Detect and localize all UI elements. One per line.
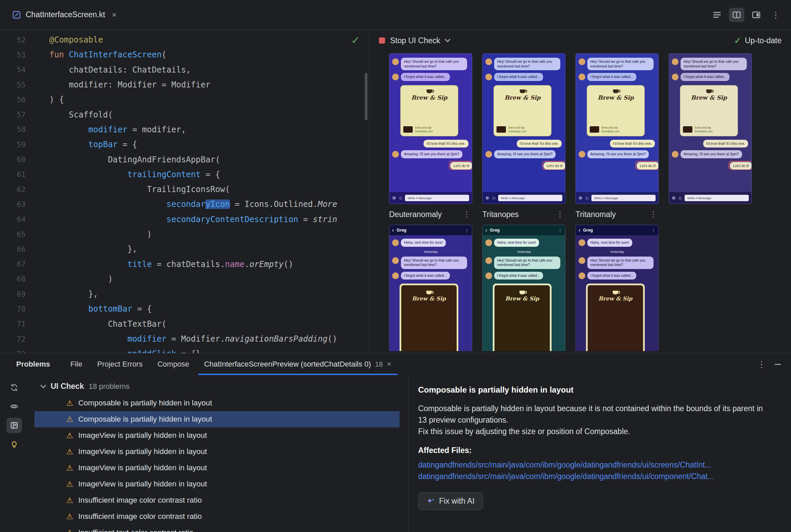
line-number: 56 <box>0 96 26 104</box>
refresh-icon[interactable] <box>6 380 22 395</box>
add-icon: ⊕ <box>392 195 396 200</box>
message-row: Let's do it! <box>483 160 565 171</box>
editor-scrollbar[interactable] <box>365 73 367 120</box>
brew-and-sip-card: Brew & Sip brew and sipbrew&sip.com <box>494 85 552 136</box>
line-number: 69 <box>0 290 26 299</box>
message-input: Write A Message <box>498 195 562 201</box>
preview-layout-icon[interactable] <box>749 8 764 22</box>
problem-item[interactable]: ⚠Insufficient image color contrast ratio <box>34 492 400 508</box>
tab-label: ChatInterfaceScreenPreview (sortedChatDe… <box>204 360 371 368</box>
more-options-icon[interactable]: ⋮ <box>768 8 784 22</box>
preview-label: Tritanopes ⋮ <box>482 210 565 219</box>
chat-bubble: Amazing, I'll see you there at 2pm? <box>401 150 462 158</box>
problem-item[interactable]: ⚠Composable is partially hidden in layou… <box>34 395 400 411</box>
tab-project-errors[interactable]: Project Errors <box>90 354 150 375</box>
code-line[interactable]: 52@Composable <box>0 33 369 47</box>
code-line[interactable]: 64 secondaryContentDescription = strin <box>0 212 369 227</box>
tab-problems[interactable]: Problems <box>9 354 57 375</box>
structure-lines-icon[interactable] <box>709 8 725 22</box>
code-text: topBar = { <box>26 140 137 149</box>
problem-item[interactable]: ⚠ImageView is partially hidden in layout <box>34 476 400 492</box>
code-editor[interactable]: 52@Composable53fun ChatInterfaceScreen(5… <box>0 30 369 353</box>
close-tab-icon[interactable]: × <box>112 10 116 20</box>
chat-bubble: Let's do it! <box>637 162 659 169</box>
message-row: I forgot what it was called... <box>389 72 472 82</box>
chat-bubble: Amazing, I'll see you there at 2pm? <box>587 150 649 158</box>
code-line[interactable]: 63 secondaryIcon = Icons.Outlined.More <box>0 197 369 212</box>
tab-compose[interactable]: Compose <box>150 354 197 375</box>
code-line[interactable]: 53fun ChatInterfaceScreen( <box>0 47 369 62</box>
problem-detail-pane: Composable is partially hidden in layout… <box>409 375 791 532</box>
code-line[interactable]: 66 }, <box>0 242 369 256</box>
code-line[interactable]: 73 onAddClick = {} <box>0 346 369 353</box>
code-line[interactable]: 59 topBar = { <box>0 137 369 152</box>
tab-chatinterfacescreenpreview-sortedchatdetails-0[interactable]: ChatInterfaceScreenPreview (sortedChatDe… <box>197 354 399 375</box>
chat-preview-phone[interactable]: Hey! Should we go to that cafe you menti… <box>669 53 752 204</box>
day-separator: Yesterday <box>483 250 565 253</box>
problem-label: ImageView is partially hidden in layout <box>78 447 207 456</box>
code-text: @Composable <box>26 35 103 44</box>
chat-preview-phone[interactable]: ‹ Greg ⋮ Haha, next time for sure! Yeste… <box>575 225 659 351</box>
fix-with-ai-button[interactable]: Fix with AI <box>418 492 483 510</box>
kebab-menu-icon[interactable]: ⋮ <box>556 210 565 219</box>
code-line[interactable]: 68 ) <box>0 272 369 287</box>
problem-item[interactable]: ⚠Insufficient text color contrast ratio <box>34 525 400 532</box>
chat-preview-phone[interactable]: ‹ Greg ⋮ Haha, next time for sure! Yeste… <box>389 225 472 351</box>
message-row: I forgot what it was called... <box>483 72 565 82</box>
avatar <box>485 74 492 80</box>
kebab-menu-icon[interactable]: ⋮ <box>649 210 659 219</box>
card-brand: Brew & Sip <box>505 296 539 302</box>
panel-options-icon[interactable]: ⋮ <box>757 360 766 368</box>
affected-file-link[interactable]: datingandfriends/src/main/java/com/ibm/g… <box>418 459 777 471</box>
chat-preview-phone[interactable]: Hey! Should we go to that cafe you menti… <box>575 53 659 204</box>
inspections-ok-icon[interactable]: ✓ <box>351 34 360 46</box>
chevron-down-icon[interactable] <box>445 37 450 43</box>
split-editor-icon[interactable] <box>729 8 744 22</box>
code-line[interactable]: 60 DatingAndFriendsAppBar( <box>0 152 369 167</box>
stop-ui-check-button[interactable]: Stop UI Check <box>379 36 440 45</box>
minimize-panel-icon[interactable] <box>775 364 781 365</box>
code-line[interactable]: 57 Scaffold( <box>0 107 369 122</box>
report-view-icon[interactable] <box>6 418 22 433</box>
ui-check-group-header[interactable]: UI Check 18 problems <box>29 379 408 395</box>
code-line[interactable]: 62 TrailingIconsRow( <box>0 182 369 197</box>
tab-file[interactable]: File <box>63 354 90 375</box>
kebab-menu-icon[interactable]: ⋮ <box>463 210 472 219</box>
back-icon: ‹ <box>392 227 394 233</box>
card-brand: Brew & Sip <box>403 94 455 101</box>
chat-header: ‹ Greg ⋮ <box>389 225 472 235</box>
code-line[interactable]: 56) { <box>0 92 369 107</box>
close-tab-icon[interactable]: × <box>387 360 391 368</box>
code-line[interactable]: 58 modifier = modifier, <box>0 122 369 137</box>
message-input-bar: ⊕ ☺ Write A Message <box>576 192 658 204</box>
code-line[interactable]: 65 ) <box>0 227 369 242</box>
code-line[interactable]: 72 modifier = Modifier.navigationBarsPad… <box>0 331 369 346</box>
problem-item[interactable]: ⚠Composable is partially hidden in layou… <box>34 411 400 428</box>
problem-item[interactable]: ⚠ImageView is partially hidden in layout <box>34 460 400 476</box>
code-line[interactable]: 55 modifier: Modifier = Modifier <box>0 77 369 92</box>
chat-bubble: Hey! Should we go to that cafe you menti… <box>401 58 467 70</box>
chat-preview-phone[interactable]: Hey! Should we go to that cafe you menti… <box>482 53 565 204</box>
problem-item[interactable]: ⚠ImageView is partially hidden in layout <box>34 443 400 460</box>
code-line[interactable]: 71 ChatTextBar( <box>0 317 369 331</box>
problem-item[interactable]: ⚠ImageView is partially hidden in layout <box>34 428 400 443</box>
eye-icon[interactable] <box>6 399 22 414</box>
preview-canvas[interactable]: Hey! Should we go to that cafe you menti… <box>369 51 791 353</box>
message-row: I'd love that! It's this one. <box>483 138 565 149</box>
chat-bubble: I forgot what it was called... <box>587 272 636 280</box>
message-row: Let's do it! <box>576 160 658 171</box>
chat-preview-phone[interactable]: ‹ Greg ⋮ Haha, next time for sure! Yeste… <box>482 225 565 351</box>
code-line[interactable]: 69 }, <box>0 287 369 301</box>
code-line[interactable]: 67 title = chatDetails.name.orEmpty() <box>0 256 369 271</box>
tab-problem-count-badge: 18 <box>375 360 383 368</box>
code-line[interactable]: 54 chatDetails: ChatDetails, <box>0 62 369 77</box>
editor-tab[interactable]: ChatInterfaceScreen.kt × <box>7 0 121 30</box>
problem-item[interactable]: ⚠Insufficient image color contrast ratio <box>34 508 400 525</box>
card-url: brew&sip.com <box>602 130 620 133</box>
code-line[interactable]: 70 bottomBar = { <box>0 301 369 316</box>
affected-file-link[interactable]: datingandfriends/src/main/java/com/ibm/g… <box>418 471 777 482</box>
code-line[interactable]: 61 trailingContent = { <box>0 167 369 182</box>
chat-preview-phone[interactable]: Hey! Should we go to that cafe you menti… <box>389 53 472 204</box>
lightbulb-icon[interactable] <box>6 436 22 452</box>
card-photo <box>683 126 692 133</box>
